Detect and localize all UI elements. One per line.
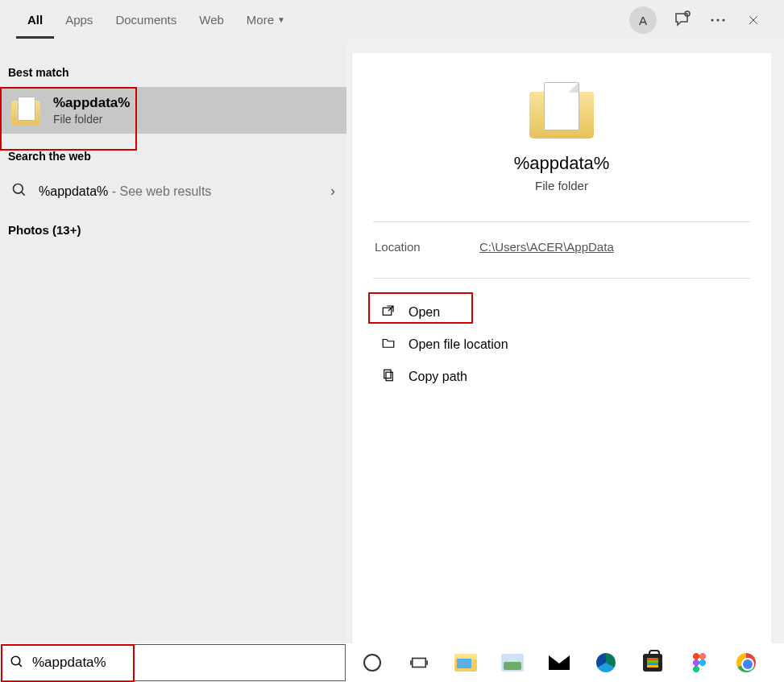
tab-more-label: More (247, 13, 274, 27)
divider (373, 221, 750, 222)
svg-rect-6 (384, 370, 391, 378)
chevron-right-icon: › (330, 183, 335, 200)
preview-title: %appdata% (375, 153, 749, 174)
taskbar-area (0, 643, 784, 682)
close-button[interactable] (744, 10, 763, 30)
copy-icon (381, 368, 396, 386)
action-open-location[interactable]: Open file location (375, 329, 749, 361)
section-photos[interactable]: Photos (13+) (0, 212, 346, 248)
folder-outline-icon (381, 336, 396, 353)
location-label: Location (375, 240, 479, 254)
microsoft-store-icon[interactable] (639, 649, 666, 676)
annotation-highlight (1, 644, 135, 682)
file-explorer-icon[interactable] (452, 649, 479, 676)
divider (373, 278, 750, 279)
action-open-location-label: Open file location (409, 337, 508, 352)
best-match-result[interactable]: %appdata% File folder (0, 87, 346, 134)
results-pane: Best match %appdata% File folder Search … (0, 40, 346, 643)
web-result-suffix: - See web results (108, 184, 211, 198)
tab-more[interactable]: More ▼ (235, 2, 297, 39)
action-copy-path[interactable]: Copy path (375, 361, 749, 393)
preview-folder-icon (529, 82, 594, 138)
svg-rect-7 (386, 372, 392, 381)
chrome-icon[interactable] (732, 649, 760, 676)
search-box[interactable] (1, 644, 346, 681)
cortana-icon[interactable] (359, 649, 386, 676)
feedback-icon[interactable] (673, 10, 692, 30)
avatar-letter: A (639, 14, 647, 27)
svg-point-2 (716, 19, 719, 21)
svg-point-1 (711, 19, 713, 21)
figma-icon[interactable] (686, 649, 713, 676)
web-result-query: %appdata% (39, 184, 108, 198)
svg-rect-9 (413, 659, 426, 668)
annotation-highlight (368, 292, 473, 324)
preview-pane: %appdata% File folder Location C:\Users\… (351, 53, 771, 643)
svg-point-4 (14, 184, 23, 194)
web-search-result[interactable]: %appdata% - See web results › (0, 171, 346, 212)
search-tabs-bar: All Apps Documents Web More ▼ A (0, 0, 784, 40)
search-icon (11, 182, 27, 200)
folder-icon (11, 96, 40, 125)
action-copy-path-label: Copy path (409, 370, 467, 384)
action-open[interactable]: Open (375, 296, 749, 329)
location-value[interactable]: C:\Users\ACER\AppData (479, 240, 614, 254)
edge-icon[interactable] (592, 649, 620, 676)
more-options-icon[interactable] (708, 10, 728, 30)
tab-web[interactable]: Web (188, 2, 235, 39)
tab-documents[interactable]: Documents (104, 2, 188, 39)
tab-apps[interactable]: Apps (54, 2, 104, 39)
task-view-icon[interactable] (405, 649, 433, 676)
mail-icon[interactable] (545, 649, 573, 676)
preview-subtitle: File folder (375, 179, 749, 192)
chevron-down-icon: ▼ (277, 15, 285, 24)
svg-point-3 (722, 19, 724, 21)
section-best-match: Best match (0, 61, 346, 87)
tab-all[interactable]: All (16, 2, 54, 39)
user-avatar[interactable]: A (629, 6, 657, 34)
wallpaper-app-icon[interactable] (499, 649, 526, 676)
